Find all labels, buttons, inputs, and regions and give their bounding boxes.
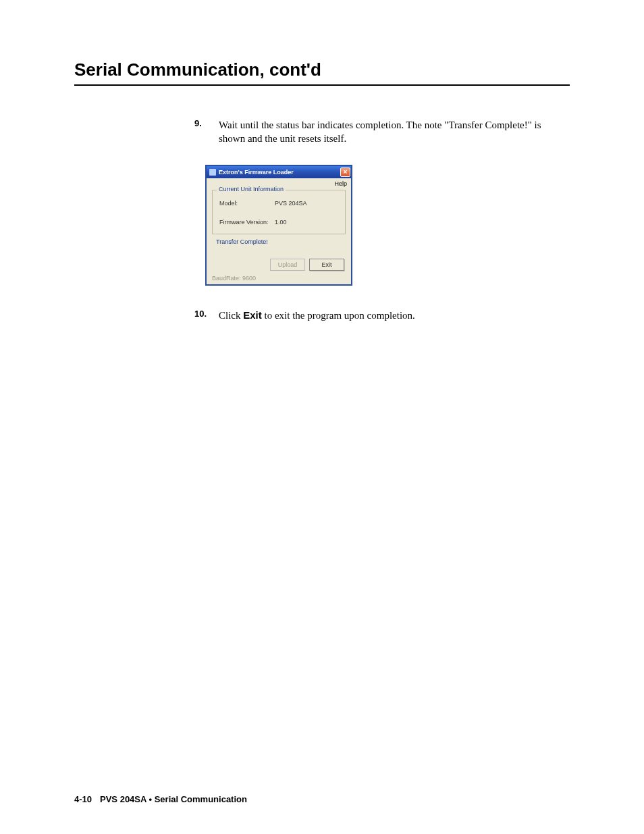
upload-button: Upload [270, 259, 305, 271]
page-number: 4-10 [74, 794, 92, 804]
exit-button[interactable]: Exit [309, 259, 344, 271]
step-10-number: 10. [194, 309, 219, 322]
group-legend: Current Unit Information [217, 186, 286, 192]
model-row: Model: PVS 204SA [219, 200, 338, 207]
titlebar: Extron's Firmware Loader × [207, 166, 351, 178]
button-row: Upload Exit [207, 259, 351, 273]
app-icon [209, 169, 216, 176]
unit-info-group: Current Unit Information Model: PVS 204S… [212, 190, 346, 234]
help-menu[interactable]: Help [334, 180, 347, 187]
close-button[interactable]: × [340, 167, 350, 177]
baud-rate: BaudRate: 9600 [207, 273, 351, 284]
dialog-screenshot: Extron's Firmware Loader × Help Current … [205, 165, 570, 286]
step-9-text: Wait until the status bar indicates comp… [219, 118, 570, 146]
window-title: Extron's Firmware Loader [219, 169, 294, 176]
page-footer: 4-10PVS 204SA • Serial Communication [74, 794, 247, 804]
step-9: 9. Wait until the status bar indicates c… [194, 118, 570, 146]
model-value: PVS 204SA [275, 200, 307, 207]
firmware-row: Firmware Version: 1.00 [219, 219, 338, 226]
close-icon: × [344, 169, 348, 176]
step-10: 10. Click Exit to exit the program upon … [194, 309, 570, 322]
step-10-text: Click Exit to exit the program upon comp… [219, 309, 415, 322]
step-10-bold: Exit [243, 309, 262, 321]
status-text: Transfer Complete! [216, 238, 344, 245]
footer-title: PVS 204SA • Serial Communication [100, 794, 247, 804]
section-heading: Serial Communication, cont'd [74, 59, 570, 86]
titlebar-left: Extron's Firmware Loader [209, 169, 294, 176]
firmware-label: Firmware Version: [219, 219, 275, 226]
model-label: Model: [219, 200, 275, 207]
firmware-value: 1.00 [275, 219, 287, 226]
step-9-number: 9. [194, 118, 219, 146]
firmware-loader-dialog: Extron's Firmware Loader × Help Current … [205, 165, 352, 286]
step-10-post: to exit the program upon completion. [262, 310, 415, 321]
step-10-pre: Click [219, 310, 243, 321]
